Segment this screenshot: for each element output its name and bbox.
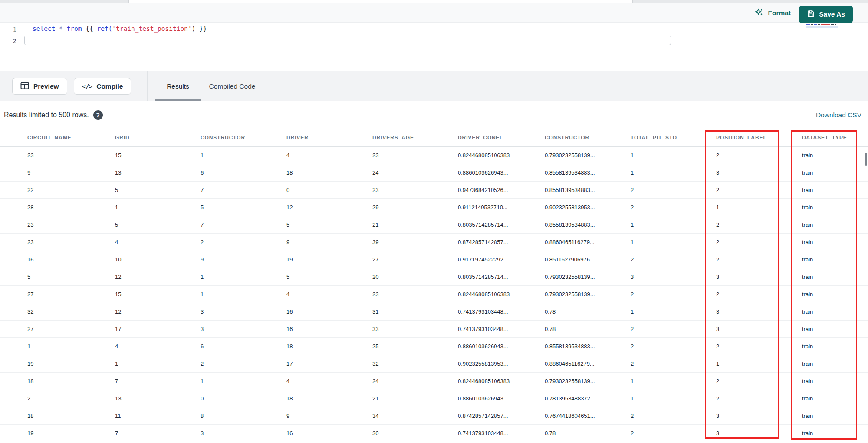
table-row: 281512290.9112149532710...0.902325581395…	[0, 199, 868, 216]
column-header[interactable]: GRID	[115, 135, 201, 141]
table-cell: 3	[201, 326, 286, 332]
column-header[interactable]: DRIVER_CONFI...	[458, 135, 545, 141]
table-cell: 1	[115, 360, 201, 367]
format-button[interactable]: Format	[754, 3, 791, 23]
table-cell: 0.824468085106383	[458, 152, 545, 159]
table-cell: 7	[201, 187, 286, 193]
table-cell: train	[802, 222, 868, 228]
table-cell: 4	[286, 291, 372, 298]
table-cell: 8	[201, 413, 286, 419]
code-line-2-input[interactable]	[24, 36, 671, 45]
column-header[interactable]: TOTAL_PIT_STO...	[631, 135, 716, 141]
table-cell: 3	[631, 274, 716, 280]
table-cell: 0.8558139534883...	[545, 222, 631, 228]
column-header[interactable]: DRIVER	[286, 135, 372, 141]
table-cell: 25	[372, 343, 458, 350]
table-cell: 6	[201, 343, 286, 350]
table-cell: 16	[286, 326, 372, 332]
file-tab-strip	[0, 0, 868, 3]
table-cell: 18	[286, 343, 372, 350]
table-cell: 0.8860103626943...	[458, 395, 545, 402]
column-header[interactable]: DATASET_TYPE	[802, 135, 868, 141]
table-row: 23429390.8742857142857...0.8860465116279…	[0, 234, 868, 251]
active-file-tab[interactable]	[128, 0, 633, 3]
table-cell: 0.7674418604651...	[545, 413, 631, 419]
table-cell: 1	[631, 378, 716, 384]
table-row: 231514230.8244680851063830.7930232558139…	[0, 147, 868, 164]
table-cell: train	[802, 413, 868, 419]
table-cell: 9	[286, 239, 372, 245]
download-csv-link[interactable]: Download CSV	[816, 101, 861, 129]
results-table: CIRCUIT_NAMEGRIDCONSTRUCTOR...DRIVERDRIV…	[0, 129, 868, 442]
table-cell: 24	[372, 378, 458, 384]
table-cell: 0.78	[545, 308, 631, 315]
table-cell: 2	[631, 343, 716, 350]
table-cell: 2	[201, 360, 286, 367]
compile-button[interactable]: </> Compile	[74, 78, 131, 95]
table-cell: 12	[286, 204, 372, 211]
table-cell: 0.8035714285714...	[458, 222, 545, 228]
table-cell: 1	[201, 291, 286, 298]
save-as-button[interactable]: Save As	[799, 6, 853, 23]
vertical-scrollbar-track[interactable]	[862, 129, 862, 443]
tab-results[interactable]: Results	[155, 71, 201, 101]
table-cell: 23	[372, 187, 458, 193]
vertical-scrollbar-thumb[interactable]	[865, 153, 867, 166]
results-table-header: CIRCUIT_NAMEGRIDCONSTRUCTOR...DRIVERDRIV…	[0, 129, 868, 147]
table-cell: 3	[716, 430, 802, 436]
results-table-body: 231514230.8244680851063830.7930232558139…	[0, 147, 868, 442]
table-cell: 7	[115, 378, 201, 384]
table-cell: train	[802, 395, 868, 402]
tab-compiled-code[interactable]: Compiled Code	[200, 71, 265, 101]
table-cell: 2	[716, 152, 802, 159]
column-header[interactable]: CONSTRUCTOR...	[201, 135, 286, 141]
table-cell: 23	[372, 291, 458, 298]
table-cell: 1	[115, 204, 201, 211]
preview-button[interactable]: Preview	[12, 78, 67, 95]
table-cell: 0.9023255813953...	[458, 360, 545, 367]
sql-editor[interactable]: 1 2 select * from {{ ref('train_test_pos…	[0, 23, 868, 71]
table-cell: 1	[201, 378, 286, 384]
table-cell: 2	[631, 187, 716, 193]
table-cell: 31	[372, 308, 458, 315]
table-cell: 18	[27, 378, 115, 384]
table-cell: 21	[372, 395, 458, 402]
table-cell: 0.9023255813953...	[545, 204, 631, 211]
table-cell: 0.8558139534883...	[545, 343, 631, 350]
sparkles-icon	[754, 7, 764, 19]
table-cell: 16	[27, 256, 115, 263]
help-question-icon[interactable]: ?	[93, 110, 103, 120]
table-cell: 32	[27, 308, 115, 315]
table-cell: 1	[631, 395, 716, 402]
table-cell: 7	[115, 430, 201, 436]
table-cell: 17	[286, 360, 372, 367]
table-cell: 2	[716, 256, 802, 263]
table-cell: 2	[716, 222, 802, 228]
column-header[interactable]: DRIVERS_AGE_...	[372, 135, 458, 141]
table-cell: 2	[631, 413, 716, 419]
column-header[interactable]: POSITION_LABEL	[716, 135, 802, 141]
table-cell: 0.9473684210526...	[458, 187, 545, 193]
table-cell: train	[802, 152, 868, 159]
table-cell: 12	[115, 274, 201, 280]
table-cell: 2	[716, 187, 802, 193]
table-cell: 10	[115, 256, 201, 263]
table-cell: train	[802, 291, 868, 298]
table-cell: 0.8511627906976...	[545, 256, 631, 263]
code-line-1[interactable]: select * from {{ ref('train_test_positio…	[33, 25, 207, 34]
table-cell: 1	[201, 274, 286, 280]
table-cell: 12	[115, 308, 201, 315]
table-cell: 0.9112149532710...	[458, 204, 545, 211]
table-cell: 0	[201, 395, 286, 402]
table-cell: 11	[115, 413, 201, 419]
table-row: 271514230.8244680851063830.7930232558139…	[0, 286, 868, 303]
table-cell: 18	[286, 169, 372, 176]
results-limit-note: Results limited to 500 rows.	[4, 111, 89, 119]
table-row: 213018210.8860103626943...0.781395348837…	[0, 390, 868, 407]
table-cell: 0.8558139534883...	[545, 187, 631, 193]
column-header[interactable]: CONSTRUCTOR...	[545, 135, 631, 141]
table-cell: 19	[27, 360, 115, 367]
column-header[interactable]: CIRCUIT_NAME	[27, 135, 115, 141]
table-cell: 0.78	[545, 326, 631, 332]
table-cell: 2	[27, 395, 115, 402]
